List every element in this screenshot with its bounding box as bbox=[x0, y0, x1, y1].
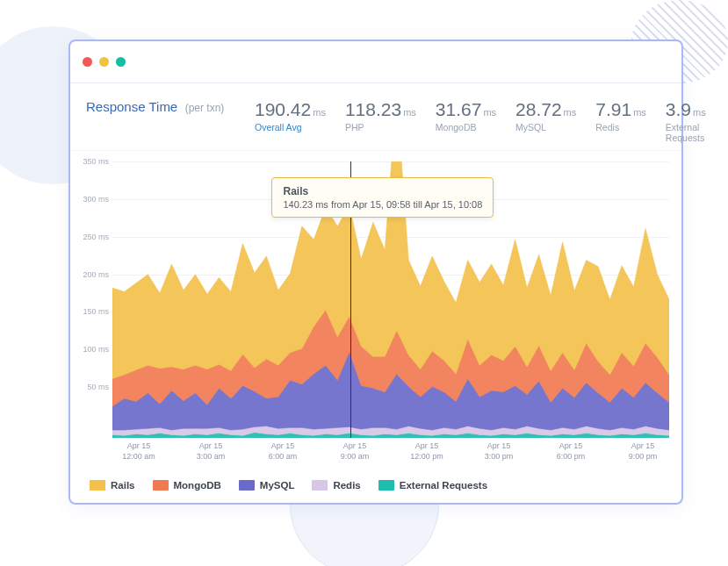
tooltip-text: 140.23 ms from Apr 15, 09:58 till Apr 15… bbox=[283, 199, 482, 210]
metric-value: 31.67 bbox=[436, 99, 482, 119]
x-tick-label: Apr 153:00 pm bbox=[472, 441, 525, 468]
y-tick-label: 150 ms bbox=[76, 307, 109, 316]
metric-label: External Requests bbox=[666, 122, 706, 143]
y-tick-label: 100 ms bbox=[76, 345, 109, 354]
title-main: Response Time bbox=[86, 99, 177, 114]
legend-label: MySQL bbox=[260, 480, 295, 491]
x-tick-label: Apr 156:00 am bbox=[256, 441, 309, 468]
legend-swatch bbox=[239, 480, 255, 491]
y-tick-label: 300 ms bbox=[76, 195, 109, 204]
minimize-icon[interactable] bbox=[99, 57, 109, 67]
metrics-header: Response Time (per txn) 190.42msOverall … bbox=[70, 83, 681, 151]
chart-area[interactable]: 350 ms300 ms250 ms200 ms150 ms100 ms50 m… bbox=[70, 151, 681, 471]
title-suffix: (per txn) bbox=[185, 102, 225, 114]
metric-unit: ms bbox=[693, 107, 706, 118]
chart-tooltip: Rails 140.23 ms from Apr 15, 09:58 till … bbox=[271, 177, 494, 218]
metric-mysql[interactable]: 28.72msMySQL bbox=[515, 99, 576, 133]
legend-label: External Requests bbox=[400, 480, 487, 491]
legend-item-mongodb[interactable]: MongoDB bbox=[153, 480, 221, 491]
y-tick-label: 50 ms bbox=[76, 383, 109, 391]
x-tick-label: Apr 159:00 am bbox=[328, 441, 381, 468]
y-tick-label: 350 ms bbox=[76, 157, 109, 166]
legend-item-rails[interactable]: Rails bbox=[90, 480, 135, 491]
metric-mongodb[interactable]: 31.67msMongoDB bbox=[436, 99, 496, 133]
decorative-bump bbox=[290, 496, 439, 566]
metric-unit: ms bbox=[483, 107, 496, 118]
metric-value: 28.72 bbox=[515, 99, 562, 119]
metric-label: Redis bbox=[595, 122, 646, 133]
metric-redis[interactable]: 7.91msRedis bbox=[595, 99, 646, 133]
legend-swatch bbox=[90, 480, 105, 491]
metric-unit: ms bbox=[403, 107, 416, 118]
y-tick-label: 200 ms bbox=[76, 270, 109, 279]
legend-label: MongoDB bbox=[174, 480, 221, 491]
window-titlebar bbox=[70, 41, 681, 83]
metric-php[interactable]: 118.23msPHP bbox=[345, 99, 416, 133]
legend-swatch bbox=[312, 480, 328, 491]
metric-label: Overall Avg bbox=[255, 122, 326, 133]
legend-label: Rails bbox=[111, 480, 135, 491]
metric-external-requests[interactable]: 3.9msExternal Requests bbox=[666, 99, 706, 143]
app-window: Response Time (per txn) 190.42msOverall … bbox=[68, 39, 683, 505]
legend-swatch bbox=[153, 480, 169, 491]
metric-value: 7.91 bbox=[595, 99, 631, 119]
x-tick-label: Apr 156:00 pm bbox=[544, 441, 597, 468]
x-tick-label: Apr 1512:00 am bbox=[112, 441, 165, 468]
x-tick-label: Apr 1512:00 pm bbox=[400, 441, 453, 468]
metric-value: 190.42 bbox=[255, 99, 311, 119]
close-icon[interactable] bbox=[83, 57, 92, 67]
metric-label: MySQL bbox=[515, 122, 576, 133]
legend-item-mysql[interactable]: MySQL bbox=[239, 480, 295, 491]
legend-swatch bbox=[378, 480, 394, 491]
legend-item-external-requests[interactable]: External Requests bbox=[378, 480, 487, 491]
y-tick-label: 250 ms bbox=[76, 233, 109, 241]
x-tick-label: Apr 153:00 am bbox=[184, 441, 237, 468]
metric-value: 118.23 bbox=[345, 99, 401, 119]
legend-label: Redis bbox=[333, 480, 360, 491]
maximize-icon[interactable] bbox=[116, 57, 126, 67]
chart-legend: RailsMongoDBMySQLRedisExternal Requests bbox=[70, 471, 681, 503]
metric-unit: ms bbox=[633, 107, 646, 118]
x-tick-label: Apr 159:00 pm bbox=[616, 441, 669, 468]
tooltip-series: Rails bbox=[283, 185, 482, 197]
x-axis: Apr 1512:00 amApr 153:00 amApr 156:00 am… bbox=[112, 441, 669, 468]
legend-item-redis[interactable]: Redis bbox=[312, 480, 360, 491]
metric-unit: ms bbox=[564, 107, 577, 118]
metric-label: PHP bbox=[345, 122, 416, 133]
metric-unit: ms bbox=[313, 107, 326, 118]
metric-value: 3.9 bbox=[666, 99, 691, 119]
metric-label: MongoDB bbox=[436, 122, 496, 133]
panel-title: Response Time (per txn) bbox=[86, 99, 235, 115]
metric-overall-avg[interactable]: 190.42msOverall Avg bbox=[255, 99, 326, 133]
